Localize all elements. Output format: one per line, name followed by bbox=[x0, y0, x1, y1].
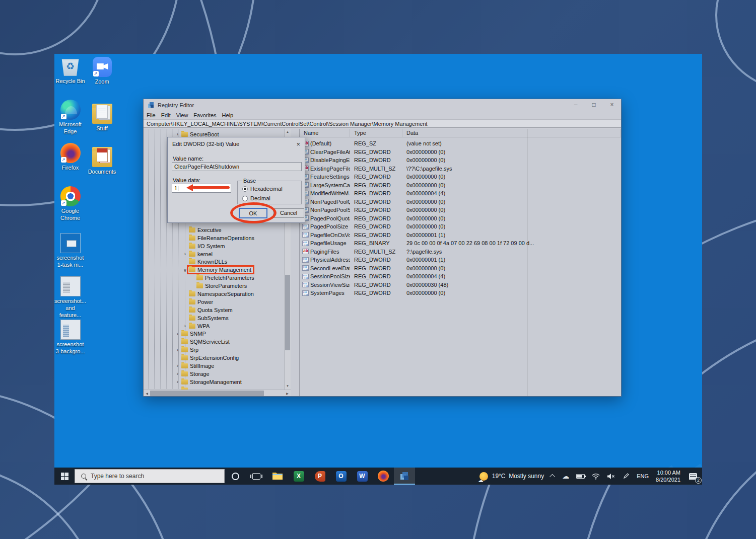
menu-item[interactable]: Help bbox=[222, 112, 234, 118]
search-input[interactable]: Type here to search bbox=[75, 469, 225, 483]
notification-center-button[interactable]: 2 bbox=[684, 468, 702, 485]
desktop-icon[interactable]: Documents bbox=[86, 143, 118, 186]
value-row[interactable]: FeatureSettings REG_DWORD 0x00000000 (0) bbox=[300, 173, 621, 181]
cortana-button[interactable] bbox=[225, 468, 246, 485]
outlook-button[interactable]: O bbox=[330, 468, 352, 485]
menu-item[interactable]: File bbox=[147, 112, 156, 118]
value-row[interactable]: SessionPoolSize REG_DWORD 0x00000004 (4) bbox=[300, 272, 621, 281]
decimal-radio[interactable]: Decimal bbox=[242, 195, 270, 201]
value-row[interactable]: PagingFiles REG_MULTI_SZ ?:\pagefile.sys bbox=[300, 248, 621, 256]
tree-item[interactable]: SQMServiceList bbox=[144, 338, 291, 346]
value-row[interactable]: SystemPages REG_DWORD 0x00000000 (0) bbox=[300, 289, 621, 297]
desktop-icon[interactable]: screenshot 3-backgro... bbox=[54, 316, 86, 359]
desktop-icon[interactable]: Zoom bbox=[86, 56, 118, 100]
tree-item[interactable]: StoreParameters bbox=[144, 282, 291, 290]
tree-horizontal-scrollbar[interactable]: ◀ ▶ bbox=[144, 390, 291, 396]
tree-expand-icon[interactable]: › bbox=[174, 378, 181, 386]
value-row[interactable]: ModifiedWriteM... REG_DWORD 0x00000004 (… bbox=[300, 189, 621, 198]
dialog-title-bar[interactable]: Edit DWORD (32-bit) Value × bbox=[168, 137, 305, 150]
title-bar[interactable]: Registry Editor – □ × bbox=[144, 99, 621, 111]
tree-item[interactable]: › Storage bbox=[144, 370, 291, 378]
tree-item[interactable]: Executive bbox=[144, 226, 291, 234]
tree-expand-icon[interactable]: ∨ bbox=[182, 266, 188, 274]
menu-item[interactable]: Favorites bbox=[193, 112, 216, 118]
tree-item[interactable]: SrpExtensionConfig bbox=[144, 354, 291, 362]
network-button[interactable] bbox=[588, 468, 603, 485]
desktop-icon[interactable]: Stuff bbox=[86, 100, 118, 143]
value-row[interactable]: PagedPoolQuota REG_DWORD 0x00000000 (0) bbox=[300, 214, 621, 223]
desktop-icon[interactable]: Google Chrome bbox=[54, 186, 86, 229]
column-header-name[interactable]: Name bbox=[300, 129, 350, 137]
menu-item[interactable]: View bbox=[176, 112, 188, 118]
task-view-button[interactable] bbox=[246, 468, 267, 485]
firefox-button[interactable] bbox=[373, 468, 394, 485]
tree-item[interactable]: › WPA bbox=[144, 322, 291, 330]
tree-expand-icon[interactable]: › bbox=[174, 346, 181, 354]
hidden-icons-button[interactable] bbox=[547, 468, 559, 485]
battery-button[interactable] bbox=[573, 468, 588, 485]
value-row[interactable]: (Default) REG_SZ (value not set) bbox=[300, 139, 621, 148]
word-button[interactable]: W bbox=[352, 468, 373, 485]
desktop-icon[interactable]: screenshot 1-task m... bbox=[54, 229, 86, 273]
tree-item[interactable]: PrefetchParameters bbox=[144, 274, 291, 282]
value-row[interactable]: DisablePagingEx... REG_DWORD 0x00000000 … bbox=[300, 156, 621, 165]
scroll-right-icon[interactable]: ▶ bbox=[284, 392, 291, 395]
tree-item[interactable]: Quota System bbox=[144, 306, 291, 314]
powerpoint-button[interactable]: P bbox=[309, 468, 330, 485]
value-row[interactable]: PagefileUsage REG_BINARY 29 0c 00 00 0f … bbox=[300, 239, 621, 248]
pen-button[interactable] bbox=[619, 468, 633, 485]
clock[interactable]: 10:00 AM 8/20/2021 bbox=[652, 468, 684, 485]
volume-button[interactable] bbox=[603, 468, 619, 485]
start-button[interactable] bbox=[54, 468, 75, 485]
ok-button[interactable]: OK bbox=[239, 208, 267, 218]
value-row[interactable]: SessionViewSize REG_DWORD 0x00000030 (48… bbox=[300, 281, 621, 289]
tree-item[interactable]: I/O System bbox=[144, 242, 291, 250]
cancel-button[interactable]: Cancel bbox=[273, 208, 304, 218]
tree-expand-icon[interactable]: › bbox=[182, 322, 188, 330]
tree-item[interactable]: Power bbox=[144, 298, 291, 306]
scroll-up-icon[interactable]: ▲ bbox=[285, 129, 291, 135]
value-row[interactable]: SecondLevelData... REG_DWORD 0x00000000 … bbox=[300, 264, 621, 273]
file-explorer-button[interactable] bbox=[267, 468, 288, 485]
tree-item[interactable]: NamespaceSeparation bbox=[144, 290, 291, 298]
weather-widget[interactable]: 19°C Mostly sunny bbox=[476, 468, 548, 485]
desktop-icon[interactable]: screenshot... and feature... bbox=[54, 273, 86, 316]
value-row[interactable]: PagedPoolSize REG_DWORD 0x00000000 (0) bbox=[300, 222, 621, 231]
desktop-icon[interactable]: Recycle Bin bbox=[54, 56, 86, 100]
menu-item[interactable]: Edit bbox=[161, 112, 171, 118]
dialog-close-icon[interactable]: × bbox=[296, 140, 300, 148]
value-row[interactable]: NonPagedPoolQ... REG_DWORD 0x00000000 (0… bbox=[300, 198, 621, 206]
language-button[interactable]: ENG bbox=[633, 468, 652, 485]
registry-editor-taskbar-button[interactable] bbox=[394, 468, 415, 485]
tree-expand-icon[interactable]: › bbox=[174, 330, 181, 338]
tree-item[interactable]: › StorageManagement bbox=[144, 378, 291, 386]
address-bar[interactable]: Computer\HKEY_LOCAL_MACHINE\SYSTEM\Curre… bbox=[144, 119, 621, 128]
tree-item[interactable]: › kernel bbox=[144, 250, 291, 258]
tree-expand-icon[interactable]: › bbox=[174, 362, 181, 369]
onedrive-button[interactable]: ☁ bbox=[559, 468, 573, 485]
scroll-down-icon[interactable]: ▼ bbox=[285, 383, 291, 390]
tree-item[interactable]: ∨ Memory Management bbox=[144, 266, 291, 274]
hexadecimal-radio[interactable]: Hexadecimal bbox=[242, 186, 283, 192]
tree-expand-icon[interactable]: › bbox=[182, 250, 188, 258]
value-row[interactable]: LargeSystemCache REG_DWORD 0x00000000 (0… bbox=[300, 181, 621, 190]
excel-button[interactable]: X bbox=[288, 468, 309, 485]
value-data-field[interactable]: 1 bbox=[172, 184, 231, 193]
desktop-icon[interactable]: Microsoft Edge bbox=[54, 100, 86, 143]
desktop-icon[interactable]: Firefox bbox=[54, 143, 86, 186]
column-header-type[interactable]: Type bbox=[350, 129, 402, 137]
close-button[interactable]: × bbox=[603, 99, 621, 111]
tree-expand-icon[interactable]: › bbox=[174, 370, 181, 377]
tree-item[interactable]: › StillImage bbox=[144, 362, 291, 370]
scroll-left-icon[interactable]: ◀ bbox=[144, 392, 150, 395]
value-row[interactable]: PagefileOnOsVol... REG_DWORD 0x00000001 … bbox=[300, 231, 621, 240]
column-header-data[interactable]: Data bbox=[402, 129, 621, 137]
value-row[interactable]: PhysicalAddressE... REG_DWORD 0x00000001… bbox=[300, 256, 621, 264]
tree-item[interactable]: › Srp bbox=[144, 346, 291, 354]
tree-item[interactable]: KnownDLLs bbox=[144, 258, 291, 266]
value-row[interactable]: ExistingPageFiles REG_MULTI_SZ \??\C:\pa… bbox=[300, 165, 621, 173]
value-name-field[interactable]: ClearPageFileAtShutdown bbox=[172, 162, 302, 171]
tree-item[interactable]: SubSystems bbox=[144, 314, 291, 322]
minimize-button[interactable]: – bbox=[567, 99, 585, 111]
tree-item[interactable]: FileRenameOperations bbox=[144, 234, 291, 242]
